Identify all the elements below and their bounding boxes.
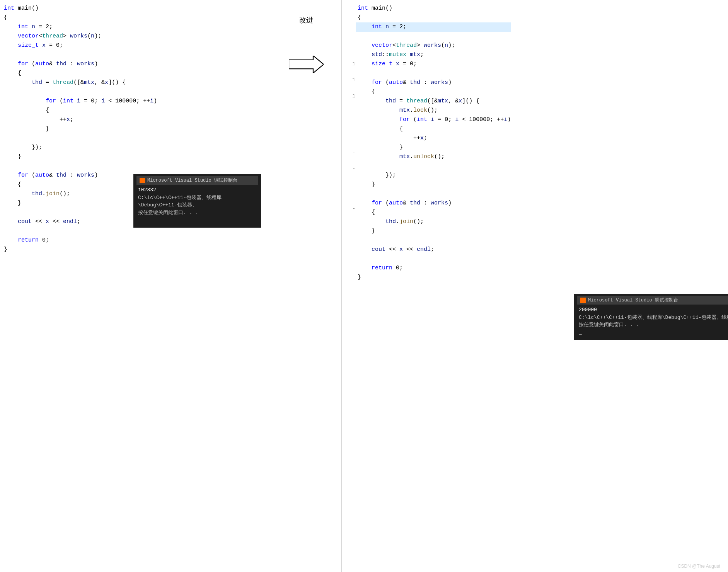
right-terminal-title: Microsoft Visual Studio 调试控制台 bbox=[577, 296, 728, 305]
left-panel: int main() { int n = 2; vector<thread> w… bbox=[0, 0, 271, 572]
terminal-cursor: _ bbox=[138, 216, 256, 224]
main-container: int main() { int n = 2; vector<thread> w… bbox=[0, 0, 728, 572]
arrow-area: 改进 bbox=[271, 0, 341, 572]
left-terminal-body: 102832 C:\lc\C++\C++11-包装器、线程库\Debug\C++… bbox=[136, 185, 258, 226]
left-terminal-title-text: Microsoft Visual Studio 调试控制台 bbox=[147, 177, 237, 184]
left-terminal-title: Microsoft Visual Studio 调试控制台 bbox=[136, 176, 258, 185]
svg-marker-0 bbox=[289, 56, 324, 73]
terminal-cursor: _ bbox=[579, 329, 728, 337]
right-panel: 1 1 1 - - - bbox=[341, 0, 728, 572]
left-terminal: Microsoft Visual Studio 调试控制台 102832 C:\… bbox=[133, 174, 261, 228]
terminal-line: 按任意键关闭此窗口. . . bbox=[138, 209, 256, 217]
right-code: int main() { int n = 2; vector<thread> w… bbox=[358, 4, 511, 282]
terminal-line: 200000 bbox=[579, 306, 728, 314]
improvement-label: 改进 bbox=[299, 15, 313, 25]
right-terminal: Microsoft Visual Studio 调试控制台 200000 C:\… bbox=[574, 294, 728, 340]
terminal-line: C:\lc\C++\C++11-包装器、线程库\Debug\C++11-包装器、 bbox=[138, 194, 256, 209]
terminal-line: 102832 bbox=[138, 186, 256, 194]
terminal-icon-right bbox=[580, 298, 586, 303]
right-line-numbers: 1 1 1 - - - bbox=[346, 4, 358, 282]
right-arrow bbox=[289, 56, 324, 73]
watermark: CSDN @The August bbox=[678, 563, 720, 569]
terminal-line: 按任意键关闭此窗口. . . bbox=[579, 321, 728, 329]
right-code-wrapper: 1 1 1 - - - bbox=[342, 4, 728, 282]
right-terminal-title-text: Microsoft Visual Studio 调试控制台 bbox=[588, 297, 678, 303]
right-terminal-body: 200000 C:\lc\C++\C++11-包装器、线程库\Debug\C++… bbox=[577, 305, 728, 338]
terminal-line: C:\lc\C++\C++11-包装器、线程库\Debug\C++11-包装器、… bbox=[579, 314, 728, 322]
terminal-icon bbox=[140, 178, 145, 183]
